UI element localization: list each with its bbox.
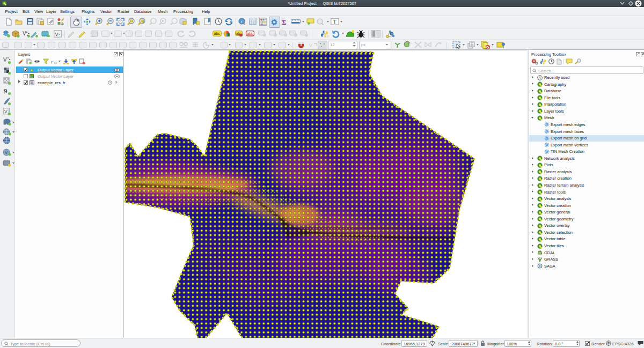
svg-text:abc: abc bbox=[214, 32, 221, 35]
svg-text:V: V bbox=[4, 109, 8, 114]
svg-text:?: ? bbox=[376, 32, 379, 37]
svg-text:9: 9 bbox=[4, 87, 8, 95]
svg-text:V: V bbox=[55, 32, 58, 37]
svg-text:T: T bbox=[333, 19, 336, 25]
svg-text:V: V bbox=[309, 43, 312, 48]
svg-text:V: V bbox=[5, 150, 8, 155]
svg-text:V: V bbox=[23, 31, 26, 36]
svg-text:Σ: Σ bbox=[282, 18, 287, 25]
svg-text:>: > bbox=[327, 34, 328, 38]
svg-text:a: a bbox=[61, 21, 64, 25]
svg-text:ε: ε bbox=[51, 59, 53, 64]
svg-text:GD: GD bbox=[538, 252, 541, 254]
svg-text:V: V bbox=[3, 57, 7, 63]
svg-text:abc: abc bbox=[247, 32, 253, 35]
